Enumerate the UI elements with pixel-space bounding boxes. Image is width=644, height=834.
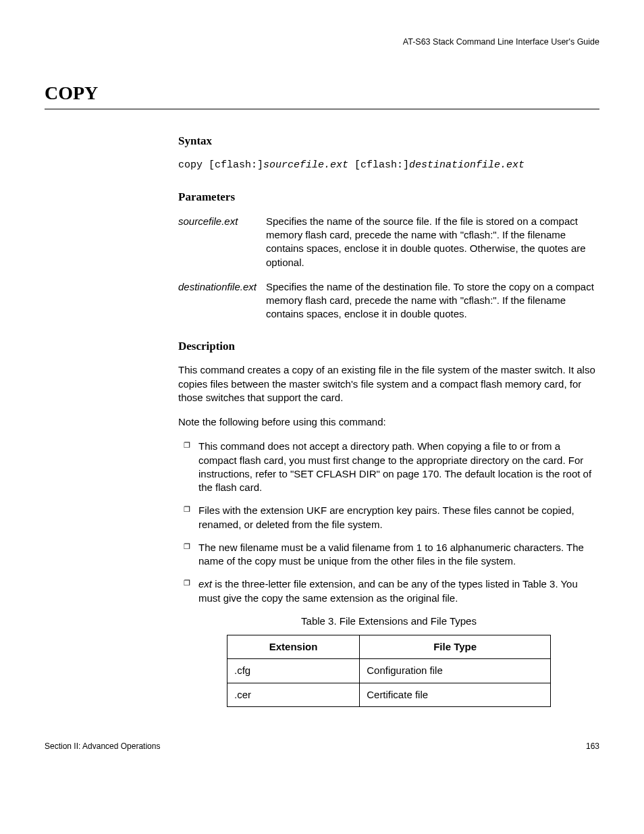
param-name: destinationfile.ext [178,280,266,321]
bullet-text: is the three-letter file extension, and … [198,578,578,603]
param-name: sourcefile.ext [178,215,266,269]
param-desc: Specifies the name of the source file. I… [266,215,599,269]
page-title: COPY [45,80,599,109]
table-row: .cfg Configuration file [227,659,551,683]
description-heading: Description [178,339,599,355]
table-cell: .cfg [227,659,360,683]
table-cell: .cer [227,683,360,706]
footer-section: Section II: Advanced Operations [45,741,160,752]
param-row: destinationfile.ext Specifies the name o… [178,280,599,321]
parameters-heading: Parameters [178,190,599,205]
param-row: sourcefile.ext Specifies the name of the… [178,215,599,269]
table-caption: Table 3. File Extensions and File Types [178,615,599,628]
param-desc: Specifies the name of the destination fi… [266,280,599,321]
syntax-prefix: copy [cflash:] [178,159,263,171]
list-item: The new filename must be a valid filenam… [178,541,599,569]
table-header-extension: Extension [227,635,360,659]
syntax-source: sourcefile.ext [263,159,348,171]
page-footer: Section II: Advanced Operations 163 [45,741,599,752]
footer-page-number: 163 [586,741,599,752]
bullet-text: The new filename must be a valid filenam… [198,542,584,567]
extension-table: Extension File Type .cfg Configuration f… [227,635,551,707]
syntax-dest: destinationfile.ext [409,159,525,171]
description-para-1: This command creates a copy of an existi… [178,363,599,405]
table-header-row: Extension File Type [227,635,551,659]
description-para-2: Note the following before using this com… [178,415,599,429]
bullet-text: Files with the extension UKF are encrypt… [198,504,574,529]
bullet-lead-italic: ext [198,578,212,590]
table-header-filetype: File Type [360,635,551,659]
syntax-heading: Syntax [178,134,599,149]
table-cell: Configuration file [360,659,551,683]
syntax-line: copy [cflash:]sourcefile.ext [cflash:]de… [178,159,599,172]
list-item: Files with the extension UKF are encrypt… [178,504,599,531]
description-bullets: This command does not accept a directory… [178,440,599,605]
table-cell: Certificate file [360,683,551,706]
syntax-mid: [cflash:] [348,159,409,171]
list-item: ext is the three-letter file extension, … [178,577,599,605]
bullet-text: This command does not accept a directory… [198,440,591,493]
content-body: Syntax copy [cflash:]sourcefile.ext [cfl… [178,134,599,707]
running-header: AT-S63 Stack Command Line Interface User… [45,36,599,48]
list-item: This command does not accept a directory… [178,440,599,494]
table-row: .cer Certificate file [227,683,551,706]
